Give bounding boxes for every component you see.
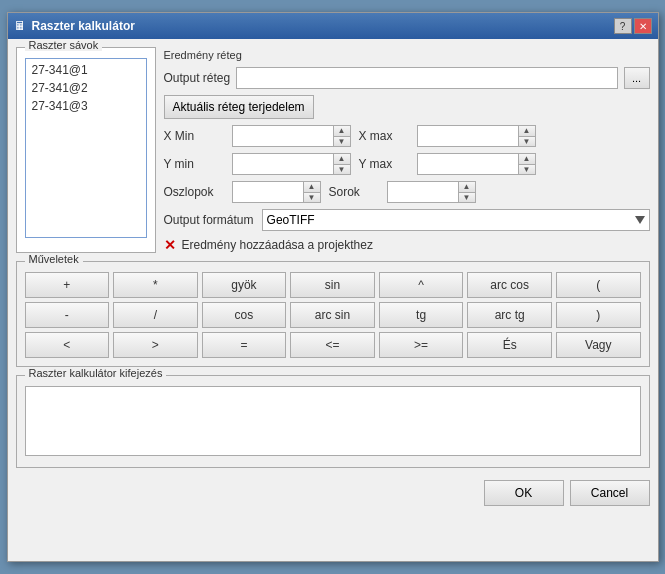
- bottom-buttons: OK Cancel: [16, 476, 650, 510]
- xmin-spinbox: 731999,57663 ▲ ▼: [232, 125, 351, 147]
- xmin-input[interactable]: 731999,57663: [233, 126, 333, 146]
- op-gte[interactable]: >=: [379, 332, 464, 358]
- cancel-button[interactable]: Cancel: [570, 480, 650, 506]
- checkbox-label: Eredmény hozzáadása a projekthez: [182, 238, 373, 252]
- xmin-down[interactable]: ▼: [334, 137, 350, 147]
- eredmeny-reteg-label: Eredmény réteg: [164, 49, 650, 61]
- op-lte[interactable]: <=: [290, 332, 375, 358]
- xmax-input[interactable]: 737999,57627: [418, 126, 518, 146]
- help-button[interactable]: ?: [614, 18, 632, 34]
- aktualis-btn-row: Aktuális réteg terjedelem: [164, 95, 650, 119]
- ymin-up[interactable]: ▲: [334, 154, 350, 165]
- op-power[interactable]: ^: [379, 272, 464, 298]
- raster-list[interactable]: 27-341@1 27-341@2 27-341@3: [25, 58, 147, 238]
- ymin-down[interactable]: ▼: [334, 165, 350, 175]
- oszlopok-spinbox: 3543 ▲ ▼: [232, 181, 321, 203]
- raster-item-2[interactable]: 27-341@2: [28, 79, 144, 97]
- op-arccos[interactable]: arc cos: [467, 272, 552, 298]
- op-multiply[interactable]: *: [113, 272, 198, 298]
- oszlopok-label: Oszlopok: [164, 185, 224, 199]
- xmin-label: X Min: [164, 129, 224, 143]
- ymin-arrows: ▲ ▼: [333, 154, 350, 174]
- eredmeny-reteg-section: Eredmény réteg Output réteg ... Aktuális…: [164, 49, 650, 253]
- raster-item-3[interactable]: 27-341@3: [28, 97, 144, 115]
- oszlopok-input[interactable]: 3543: [233, 182, 303, 202]
- op-tg[interactable]: tg: [379, 302, 464, 328]
- ymin-label: Y min: [164, 157, 224, 171]
- oszlopok-up[interactable]: ▲: [304, 182, 320, 193]
- oszlopok-arrows: ▲ ▼: [303, 182, 320, 202]
- op-lt[interactable]: <: [25, 332, 110, 358]
- muveletek-label: Műveletek: [25, 253, 83, 265]
- sorok-input[interactable]: 2362: [388, 182, 458, 202]
- btn-row-1: + * gyök sin ^ arc cos (: [25, 272, 641, 298]
- output-reteg-label: Output réteg: [164, 71, 231, 85]
- op-vagy[interactable]: Vagy: [556, 332, 641, 358]
- format-row: Output formátum GeoTIFF JPEG PNG: [164, 209, 650, 231]
- op-sqrt[interactable]: gyök: [202, 272, 287, 298]
- ymin-input[interactable]: 100000,42361: [233, 154, 333, 174]
- raster-savok-label: Raszter sávok: [25, 39, 103, 51]
- btn-row-2: - / cos arc sin tg arc tg ): [25, 302, 641, 328]
- op-es[interactable]: És: [467, 332, 552, 358]
- kifejezés-textarea[interactable]: [25, 386, 641, 456]
- titlebar-left: 🖩 Raszter kalkulátor: [14, 19, 135, 33]
- sorok-label: Sorok: [329, 185, 379, 199]
- kifejezés-section: Raszter kalkulátor kifejezés: [16, 375, 650, 468]
- oszlopok-row: Oszlopok 3543 ▲ ▼ Sorok 2362 ▲ ▼: [164, 181, 650, 203]
- op-plus[interactable]: +: [25, 272, 110, 298]
- xmax-arrows: ▲ ▼: [518, 126, 535, 146]
- browse-button[interactable]: ...: [624, 67, 650, 89]
- op-sin[interactable]: sin: [290, 272, 375, 298]
- ymax-input[interactable]: 104000,42337: [418, 154, 518, 174]
- op-close-paren[interactable]: ): [556, 302, 641, 328]
- raster-savok-group: Raszter sávok 27-341@1 27-341@2 27-341@3: [16, 47, 156, 253]
- ymax-spinbox: 104000,42337 ▲ ▼: [417, 153, 536, 175]
- op-cos[interactable]: cos: [202, 302, 287, 328]
- muveletek-section: Műveletek + * gyök sin ^ arc cos ( - / c…: [16, 261, 650, 367]
- titlebar-buttons: ? ✕: [614, 18, 652, 34]
- top-section: Raszter sávok 27-341@1 27-341@2 27-341@3…: [16, 47, 650, 253]
- sorok-down[interactable]: ▼: [459, 193, 475, 203]
- sorok-spinbox: 2362 ▲ ▼: [387, 181, 476, 203]
- window-icon: 🖩: [14, 19, 26, 33]
- ymax-label: Y max: [359, 157, 409, 171]
- ymax-arrows: ▲ ▼: [518, 154, 535, 174]
- window-title: Raszter kalkulátor: [32, 19, 135, 33]
- xmax-spinbox: 737999,57627 ▲ ▼: [417, 125, 536, 147]
- kifejezés-label: Raszter kalkulátor kifejezés: [25, 367, 167, 379]
- sorok-up[interactable]: ▲: [459, 182, 475, 193]
- xmax-up[interactable]: ▲: [519, 126, 535, 137]
- ymax-up[interactable]: ▲: [519, 154, 535, 165]
- xmin-arrows: ▲ ▼: [333, 126, 350, 146]
- sorok-arrows: ▲ ▼: [458, 182, 475, 202]
- op-minus[interactable]: -: [25, 302, 110, 328]
- op-arcsin[interactable]: arc sin: [290, 302, 375, 328]
- ymin-spinbox: 100000,42361 ▲ ▼: [232, 153, 351, 175]
- checkbox-x-icon: ✕: [164, 237, 176, 253]
- format-select[interactable]: GeoTIFF JPEG PNG: [262, 209, 650, 231]
- buttons-grid: + * gyök sin ^ arc cos ( - / cos arc sin…: [25, 272, 641, 358]
- output-reteg-row: Output réteg ...: [164, 67, 650, 89]
- raster-item-1[interactable]: 27-341@1: [28, 61, 144, 79]
- xmin-row: X Min 731999,57663 ▲ ▼ X max 737999,5762…: [164, 125, 650, 147]
- content: Raszter sávok 27-341@1 27-341@2 27-341@3…: [8, 39, 658, 518]
- op-eq[interactable]: =: [202, 332, 287, 358]
- aktualis-button[interactable]: Aktuális réteg terjedelem: [164, 95, 314, 119]
- output-reteg-input[interactable]: [236, 67, 617, 89]
- op-gt[interactable]: >: [113, 332, 198, 358]
- op-open-paren[interactable]: (: [556, 272, 641, 298]
- btn-row-3: < > = <= >= És Vagy: [25, 332, 641, 358]
- ymin-row: Y min 100000,42361 ▲ ▼ Y max 104000,4233…: [164, 153, 650, 175]
- op-divide[interactable]: /: [113, 302, 198, 328]
- xmin-up[interactable]: ▲: [334, 126, 350, 137]
- oszlopok-down[interactable]: ▼: [304, 193, 320, 203]
- titlebar: 🖩 Raszter kalkulátor ? ✕: [8, 13, 658, 39]
- ok-button[interactable]: OK: [484, 480, 564, 506]
- format-label: Output formátum: [164, 213, 254, 227]
- ymax-down[interactable]: ▼: [519, 165, 535, 175]
- checkbox-row: ✕ Eredmény hozzáadása a projekthez: [164, 237, 650, 253]
- op-arctg[interactable]: arc tg: [467, 302, 552, 328]
- close-button[interactable]: ✕: [634, 18, 652, 34]
- xmax-down[interactable]: ▼: [519, 137, 535, 147]
